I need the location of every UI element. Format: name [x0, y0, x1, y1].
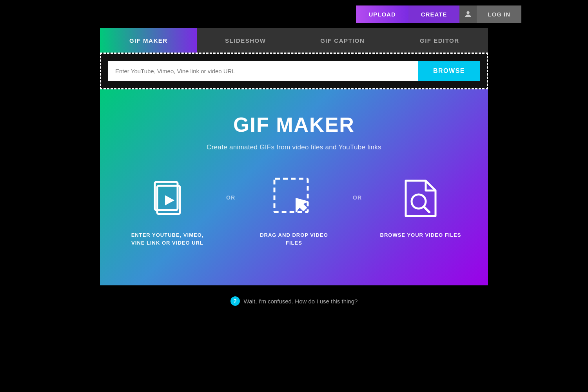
top-nav: UPLOAD CREATE LOG IN: [0, 0, 588, 28]
or-divider-2: OR: [353, 175, 362, 201]
help-icon: ?: [230, 296, 240, 306]
user-icon-button[interactable]: [459, 5, 477, 23]
create-button[interactable]: CREATE: [408, 5, 460, 23]
svg-point-0: [467, 11, 470, 14]
hero-option-drag-drop-label: DRAG AND DROP VIDEOFILES: [260, 231, 328, 247]
hero-options: ENTER YOUTUBE, VIMEO,VINE LINK OR VIDEO …: [116, 175, 472, 247]
url-input[interactable]: [108, 61, 418, 81]
video-file-icon: [144, 175, 191, 222]
hero-option-enter-url-label: ENTER YOUTUBE, VIMEO,VINE LINK OR VIDEO …: [131, 231, 204, 247]
hero-option-browse: BROWSE YOUR VIDEO FILES: [377, 175, 464, 239]
svg-marker-5: [296, 198, 308, 212]
browse-button[interactable]: BROWSE: [418, 61, 480, 81]
svg-marker-3: [165, 195, 174, 205]
tabs: GIF MAKER SLIDESHOW GIF CAPTION GIF EDIT…: [100, 28, 488, 53]
hero-subtitle: Create animated GIFs from video files an…: [207, 143, 381, 151]
hero-section: GIF MAKER Create animated GIFs from vide…: [100, 89, 488, 285]
hero-option-browse-label: BROWSE YOUR VIDEO FILES: [380, 231, 461, 239]
main-container: GIF MAKER SLIDESHOW GIF CAPTION GIF EDIT…: [100, 28, 488, 285]
tab-gif-maker[interactable]: GIF MAKER: [100, 28, 197, 53]
hero-option-drag-drop: DRAG AND DROP VIDEOFILES: [251, 175, 337, 247]
tab-slideshow[interactable]: SLIDESHOW: [197, 28, 294, 53]
browse-files-icon: [397, 175, 444, 222]
hero-title: GIF MAKER: [233, 113, 355, 136]
login-button[interactable]: LOG IN: [477, 5, 521, 23]
tab-gif-editor[interactable]: GIF EDITOR: [391, 28, 488, 53]
login-area: LOG IN: [459, 5, 521, 23]
tab-gif-caption[interactable]: GIF CAPTION: [294, 28, 391, 53]
or-divider-1: OR: [226, 175, 235, 201]
upload-button[interactable]: UPLOAD: [356, 5, 408, 23]
user-icon: [464, 10, 472, 18]
url-area: BROWSE: [100, 53, 488, 89]
help-bar: ? Wait, I'm confused. How do I use this …: [230, 285, 358, 317]
hero-option-enter-url: ENTER YOUTUBE, VIMEO,VINE LINK OR VIDEO …: [124, 175, 211, 247]
svg-line-7: [424, 207, 429, 212]
drag-drop-icon: [270, 175, 318, 222]
help-text[interactable]: Wait, I'm confused. How do I use this th…: [244, 298, 358, 305]
